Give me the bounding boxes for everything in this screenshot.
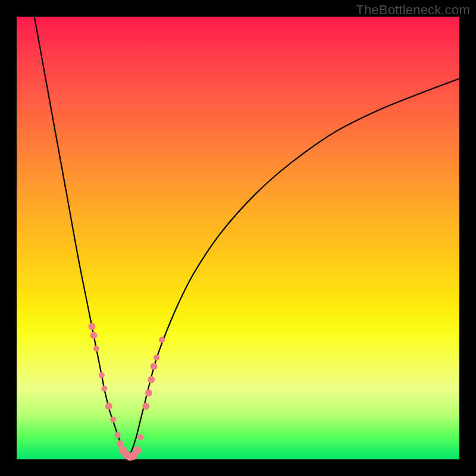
data-marker bbox=[110, 416, 116, 422]
data-marker bbox=[115, 432, 121, 438]
data-marker bbox=[159, 337, 165, 343]
data-marker bbox=[105, 403, 112, 410]
data-marker bbox=[145, 389, 152, 396]
data-marker bbox=[137, 434, 143, 440]
data-marker bbox=[93, 346, 99, 352]
data-marker bbox=[154, 355, 159, 361]
data-marker bbox=[151, 363, 158, 370]
data-marker bbox=[148, 376, 155, 383]
data-marker bbox=[89, 323, 96, 330]
watermark-text: TheBottleneck.com bbox=[356, 2, 470, 18]
chart-frame: TheBottleneck.com bbox=[0, 0, 476, 476]
data-marker bbox=[90, 332, 98, 339]
right-branch-curve bbox=[127, 79, 459, 457]
marker-group bbox=[89, 323, 165, 461]
data-marker bbox=[142, 403, 149, 410]
data-marker bbox=[133, 446, 141, 455]
data-marker bbox=[99, 372, 105, 378]
data-marker bbox=[101, 386, 107, 392]
plot-area bbox=[17, 17, 459, 459]
left-branch-curve bbox=[35, 17, 127, 457]
curves-svg bbox=[17, 17, 459, 459]
